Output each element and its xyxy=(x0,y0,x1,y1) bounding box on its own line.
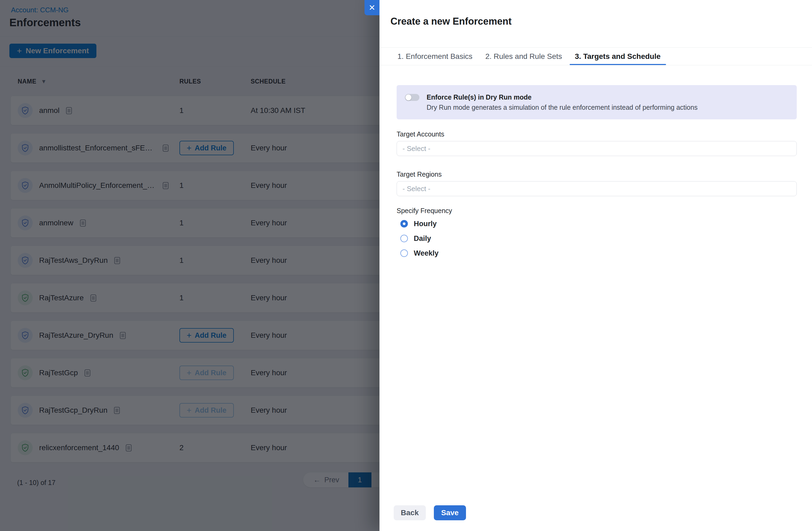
tab-3-targets-and-schedule[interactable]: 3. Targets and Schedule xyxy=(570,48,666,65)
create-enforcement-drawer: ✕ Create a new Enforcement 1. Enforcemen… xyxy=(379,0,812,531)
radio-label: Hourly xyxy=(414,220,437,228)
radio-option-hourly[interactable]: Hourly xyxy=(397,220,797,228)
target-regions-select[interactable] xyxy=(397,181,797,196)
dry-run-toggle[interactable] xyxy=(405,94,419,101)
frequency-options: HourlyDailyWeekly xyxy=(397,220,797,257)
close-icon[interactable]: ✕ xyxy=(364,0,379,15)
app-screen: Account: CCM-NG Enforcements + New Enfor… xyxy=(0,0,812,531)
drawer-footer: Back Save xyxy=(394,505,466,520)
dry-run-description: Dry Run mode generates a simulation of t… xyxy=(426,103,698,111)
frequency-label: Specify Frequency xyxy=(397,207,797,215)
radio-option-daily[interactable]: Daily xyxy=(397,234,797,242)
radio-label: Weekly xyxy=(414,249,439,257)
wizard-tabs: 1. Enforcement Basics2. Rules and Rule S… xyxy=(379,47,812,65)
back-button[interactable]: Back xyxy=(394,505,426,520)
tab-1-enforcement-basics[interactable]: 1. Enforcement Basics xyxy=(392,48,478,65)
radio-icon[interactable] xyxy=(401,235,408,242)
save-button[interactable]: Save xyxy=(434,505,466,520)
drawer-body: Enforce Rule(s) in Dry Run mode Dry Run … xyxy=(379,65,812,257)
target-accounts-select[interactable] xyxy=(397,141,797,156)
toggle-knob xyxy=(405,94,411,100)
tab-2-rules-and-rule-sets[interactable]: 2. Rules and Rule Sets xyxy=(480,48,567,65)
target-regions-field: Target Regions xyxy=(397,170,797,196)
target-regions-label: Target Regions xyxy=(397,170,797,178)
radio-icon[interactable] xyxy=(401,249,408,257)
target-accounts-field: Target Accounts xyxy=(397,130,797,156)
dry-run-banner: Enforce Rule(s) in Dry Run mode Dry Run … xyxy=(397,85,797,119)
target-accounts-label: Target Accounts xyxy=(397,130,797,138)
radio-option-weekly[interactable]: Weekly xyxy=(397,249,797,257)
radio-icon[interactable] xyxy=(401,220,408,227)
drawer-title: Create a new Enforcement xyxy=(379,0,812,27)
dry-run-title: Enforce Rule(s) in Dry Run mode xyxy=(426,93,698,101)
radio-label: Daily xyxy=(414,234,431,243)
